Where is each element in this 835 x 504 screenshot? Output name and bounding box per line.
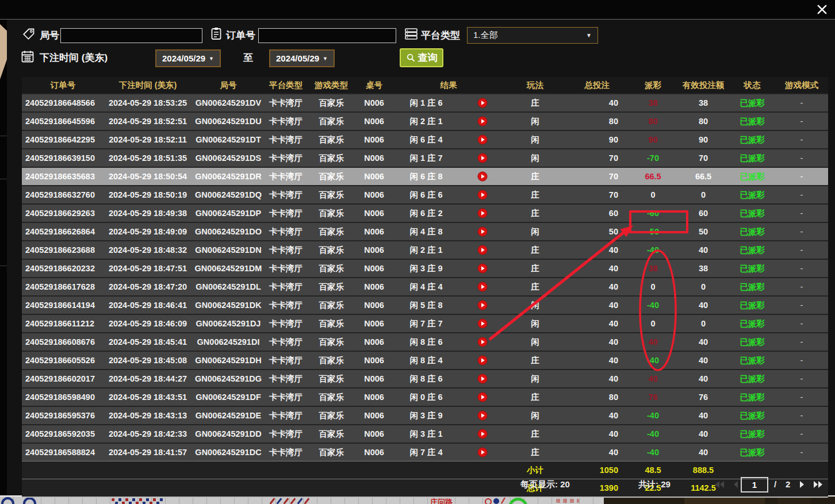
cell-replay [460, 406, 505, 425]
replay-play-icon [477, 337, 488, 347]
cell-total-bet: 70 [565, 167, 629, 186]
cell-status: 已派彩 [729, 204, 775, 222]
cell-status: 已派彩 [729, 278, 775, 296]
cell-game-type: 百家乐 [307, 443, 356, 461]
table-row: 2405291866455962024-05-29 18:52:51GN0062… [22, 112, 828, 130]
cell-play-type: 庄 [505, 94, 565, 112]
replay-button[interactable] [477, 263, 488, 274]
close-button[interactable] [813, 1, 830, 17]
replay-button[interactable] [477, 429, 488, 439]
cell-play-type: 庄 [505, 241, 565, 259]
cell-platform: 卡卡湾厅 [265, 278, 307, 296]
replay-button[interactable] [477, 355, 488, 366]
cell-result: 闲 3 庄 9 [392, 406, 460, 425]
replay-button[interactable] [477, 282, 488, 292]
cell-bet-time: 2024-05-29 18:41:57 [104, 443, 191, 461]
replay-button[interactable] [477, 410, 488, 421]
date-from-picker[interactable]: 2024/05/29 ▼ [155, 49, 221, 67]
cell-replay [460, 443, 505, 461]
replay-button[interactable] [477, 190, 488, 200]
cell-replay [460, 388, 505, 406]
cell-round-id: GN006245291DQ [191, 186, 265, 204]
page-number-input[interactable] [741, 477, 768, 493]
roadmap-strokes [271, 498, 308, 504]
cell-replay [460, 130, 505, 149]
cell-round-id: GN006245291DU [191, 112, 265, 130]
replay-play-icon [477, 429, 488, 439]
cell-game-mode: - [775, 259, 828, 278]
cell-table-no: N006 [356, 333, 392, 351]
pagination-bar: 每页显示: 20 共计: 29 / 2 [7, 476, 835, 495]
cell-order-id: 240529186608676 [22, 333, 104, 351]
replay-button[interactable] [477, 134, 488, 145]
cell-status: 已派彩 [729, 222, 775, 241]
replay-button[interactable] [477, 300, 488, 310]
platform-filter-label: 平台类型 [421, 29, 460, 42]
cell-play-type: 庄 [505, 443, 565, 461]
cell-total-bet: 40 [565, 406, 629, 425]
cell-game-type: 百家乐 [307, 112, 356, 130]
replay-button[interactable] [477, 318, 488, 329]
replay-button[interactable] [477, 245, 488, 255]
cell-round-id: GN006245291DF [191, 388, 265, 406]
replay-button[interactable] [477, 98, 488, 108]
search-button[interactable]: 查询 [400, 48, 443, 67]
replay-button[interactable] [477, 447, 488, 457]
cell-bet-time: 2024-05-29 18:52:11 [104, 130, 191, 149]
cell-bet-time: 2024-05-29 18:45:08 [104, 351, 191, 370]
cell-order-id: 240529186642295 [22, 130, 104, 149]
cell-play-type: 闲 [505, 333, 565, 351]
order-input[interactable] [258, 28, 396, 43]
replay-button[interactable] [477, 226, 488, 237]
cell-table-no: N006 [356, 186, 392, 204]
replay-button[interactable] [477, 153, 488, 163]
last-page-button[interactable] [812, 479, 825, 490]
table-row: 2405291865920352024-05-29 18:42:33GN0062… [22, 425, 828, 443]
next-page-button[interactable] [796, 479, 809, 490]
cell-round-id: GN006245291DN [191, 241, 265, 259]
date-to-picker[interactable]: 2024/05/29 ▼ [269, 49, 335, 67]
first-page-icon [714, 480, 725, 488]
cell-round-id: GN006245291DI [191, 333, 265, 351]
cell-result: 闲 8 庄 6 [392, 370, 460, 388]
cell-platform: 卡卡湾厅 [265, 406, 307, 425]
replay-button[interactable] [477, 374, 488, 384]
col-header-platform: 平台类型 [265, 77, 307, 94]
cell-round-id: GN006245291DG [191, 370, 265, 388]
first-page-button[interactable] [713, 479, 726, 490]
cell-replay [460, 425, 505, 443]
tag-icon [22, 27, 36, 41]
col-header-bet-time: 下注时间 (美东) [104, 77, 191, 94]
replay-button[interactable] [477, 208, 488, 218]
round-input[interactable] [60, 28, 202, 43]
round-filter-label: 局号 [40, 29, 59, 42]
col-header-table-no: 桌号 [356, 77, 392, 94]
platform-select[interactable]: 1.全部 ▼ [467, 27, 598, 44]
prev-page-icon [732, 480, 739, 488]
cell-payout: 0 [629, 278, 677, 296]
close-icon [817, 4, 828, 15]
replay-button[interactable] [477, 171, 488, 182]
cell-play-type: 庄 [505, 186, 565, 204]
prev-page-button[interactable] [729, 479, 742, 490]
cell-total-bet: 90 [565, 130, 629, 149]
replay-play-icon [477, 392, 488, 402]
cell-table-no: N006 [356, 425, 392, 443]
cell-status: 已派彩 [729, 370, 775, 388]
cell-payout: 0 [629, 314, 677, 333]
cell-result: 闲 7 庄 7 [392, 314, 460, 333]
cell-platform: 卡卡湾厅 [265, 204, 307, 222]
replay-button[interactable] [477, 392, 488, 402]
cell-game-type: 百家乐 [307, 370, 356, 388]
cell-play-type: 闲 [505, 130, 565, 149]
cell-valid-bet: 40 [677, 406, 729, 425]
cell-result: 闲 8 庄 6 [392, 333, 460, 351]
bet-records-dialog: 局号 订单号 平台类型 1.全部 ▼ 下注时间 (美东) 2024/05/29 … [7, 19, 835, 495]
replay-button[interactable] [477, 337, 488, 347]
replay-button[interactable] [477, 116, 488, 126]
cell-payout: -50 [629, 222, 677, 241]
cell-replay [460, 278, 505, 296]
cell-bet-time: 2024-05-29 18:52:51 [104, 112, 191, 130]
cell-game-type: 百家乐 [307, 222, 356, 241]
cell-game-type: 百家乐 [307, 388, 356, 406]
